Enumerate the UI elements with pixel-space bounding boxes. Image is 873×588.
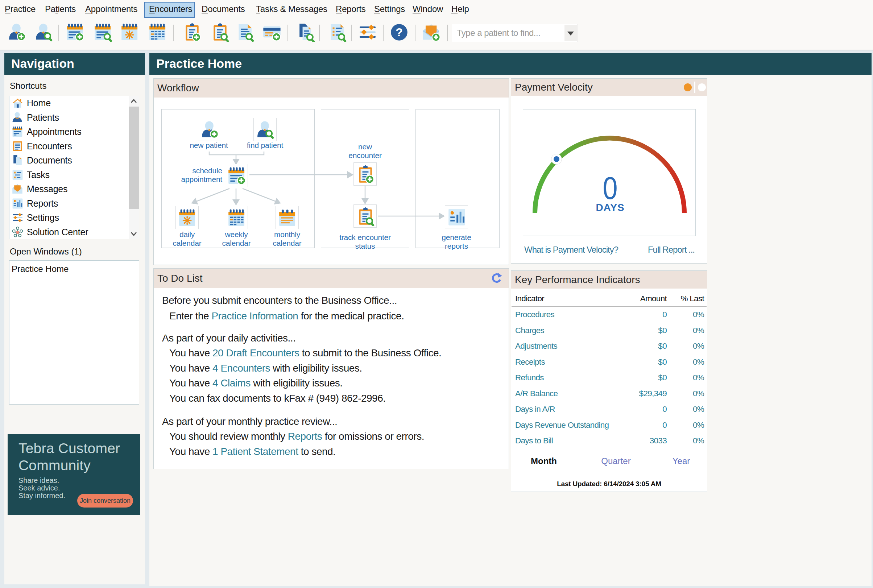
svg-text:0: 0 xyxy=(603,170,617,206)
svg-text:DAYS: DAYS xyxy=(596,202,624,213)
